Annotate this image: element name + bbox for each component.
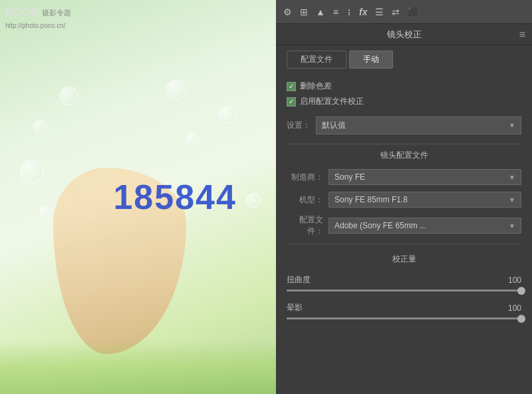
settings-label: 设置： xyxy=(287,120,311,131)
square-icon[interactable]: ⬛ xyxy=(406,5,421,19)
settings-value: 默认值 xyxy=(322,120,346,131)
bubble-5 xyxy=(186,133,198,145)
manufacturer-value: Sony FE xyxy=(334,172,365,182)
bubble-1 xyxy=(60,87,78,105)
bubble-8 xyxy=(40,206,51,217)
right-panel: ⚙ ⊞ ▲ ≡ ⫶ fx ☰ ⇄ ⬛ 镜头校正 ≡ 配置文件 手动 删除色差 启… xyxy=(276,0,532,394)
distortion-slider-top: 扭曲度 100 xyxy=(287,274,521,286)
distortion-value: 100 xyxy=(501,276,521,285)
correction-header: 校正量 xyxy=(287,254,521,265)
settings-dropdown-arrow: ▼ xyxy=(509,122,515,129)
settings-row: 设置： 默认值 ▼ xyxy=(287,116,521,134)
distortion-thumb[interactable] xyxy=(517,287,525,295)
divider-2 xyxy=(287,244,521,244)
profile-label: 配置文件： xyxy=(287,214,323,237)
checkbox-enable-profile[interactable] xyxy=(287,97,296,106)
panel-header: 镜头校正 ≡ xyxy=(276,24,532,45)
distortion-label: 扭曲度 xyxy=(287,274,311,286)
watermark-url: http://photo.poco.cn/ xyxy=(5,21,71,31)
tab-profile[interactable]: 配置文件 xyxy=(287,51,346,69)
vignetting-value: 100 xyxy=(501,303,521,313)
model-value: Sony FE 85mm F1.8 xyxy=(334,195,408,204)
distortion-fill xyxy=(287,290,521,292)
poco-logo: POCO xyxy=(5,5,39,20)
bubble-4 xyxy=(219,106,236,123)
model-label: 机型： xyxy=(287,194,323,206)
model-row: 机型： Sony FE 85mm F1.8 ▼ xyxy=(287,192,521,208)
vignetting-slider-row: 晕影 100 xyxy=(287,302,521,319)
watermark-title: 摄影专题 xyxy=(42,8,71,18)
panel-title: 镜头校正 xyxy=(387,29,422,41)
profile-value: Adobe (Sony FE 65mm ... xyxy=(334,221,426,230)
distortion-slider-row: 扭曲度 100 xyxy=(287,274,521,292)
tabs-row: 配置文件 手动 xyxy=(276,45,532,74)
checkbox-remove-ca[interactable] xyxy=(287,82,296,91)
profile-dropdown[interactable]: Adobe (Sony FE 65mm ... ▼ xyxy=(329,218,521,234)
watermark: POCO 摄影专题 http://photo.poco.cn/ xyxy=(5,5,71,31)
correction-section: 校正量 扭曲度 100 晕影 100 xyxy=(287,254,521,319)
content-area: 删除色差 启用配置文件校正 设置： 默认值 ▼ 镜头配置文件 制造商： Sony… xyxy=(276,74,532,394)
bubble-7 xyxy=(246,193,261,208)
settings-icon[interactable]: ⚙ xyxy=(281,5,294,19)
profile-row: 配置文件： Adobe (Sony FE 65mm ... ▼ xyxy=(287,214,521,237)
checkbox-row-1[interactable]: 删除色差 xyxy=(287,81,521,92)
grid-icon[interactable]: ⊞ xyxy=(298,5,310,19)
distortion-track[interactable] xyxy=(287,290,521,292)
swap-icon[interactable]: ⇄ xyxy=(390,5,402,19)
vignetting-track[interactable] xyxy=(287,317,521,319)
model-arrow: ▼ xyxy=(509,196,515,204)
toolbar: ⚙ ⊞ ▲ ≡ ⫶ fx ☰ ⇄ ⬛ xyxy=(276,0,532,24)
bubble-3 xyxy=(20,160,43,183)
list-icon[interactable]: ≡ xyxy=(331,5,340,19)
fx-icon[interactable]: fx xyxy=(357,5,369,19)
bars-icon[interactable]: ⫶ xyxy=(344,5,353,19)
tab-manual[interactable]: 手动 xyxy=(349,51,393,69)
bubble-2 xyxy=(33,120,47,133)
triangle-icon[interactable]: ▲ xyxy=(314,5,327,19)
checkbox-row-2[interactable]: 启用配置文件校正 xyxy=(287,96,521,107)
manufacturer-row: 制造商： Sony FE ▼ xyxy=(287,169,521,185)
bubble-6 xyxy=(166,80,186,100)
checkbox-section: 删除色差 启用配置文件校正 xyxy=(287,81,521,107)
photo-panel: POCO 摄影专题 http://photo.poco.cn/ 185844 xyxy=(0,0,276,394)
model-dropdown[interactable]: Sony FE 85mm F1.8 ▼ xyxy=(329,192,521,208)
watermark-number: 185844 xyxy=(113,177,237,217)
checkbox-remove-ca-label: 删除色差 xyxy=(300,81,332,92)
calendar-icon[interactable]: ☰ xyxy=(373,5,386,19)
settings-dropdown[interactable]: 默认值 ▼ xyxy=(316,116,521,134)
checkbox-enable-profile-label: 启用配置文件校正 xyxy=(300,96,364,107)
vignetting-label: 晕影 xyxy=(287,302,303,313)
lens-profile-header: 镜头配置文件 xyxy=(287,150,521,161)
divider-1 xyxy=(287,144,521,144)
panel-menu-icon[interactable]: ≡ xyxy=(519,29,525,41)
manufacturer-label: 制造商： xyxy=(287,172,323,183)
vignetting-fill xyxy=(287,317,521,319)
profile-arrow: ▼ xyxy=(509,222,515,230)
vignetting-slider-top: 晕影 100 xyxy=(287,302,521,313)
grass-background xyxy=(0,341,276,394)
manufacturer-arrow: ▼ xyxy=(509,174,515,181)
manufacturer-dropdown[interactable]: Sony FE ▼ xyxy=(329,169,521,185)
vignetting-thumb[interactable] xyxy=(517,315,525,323)
